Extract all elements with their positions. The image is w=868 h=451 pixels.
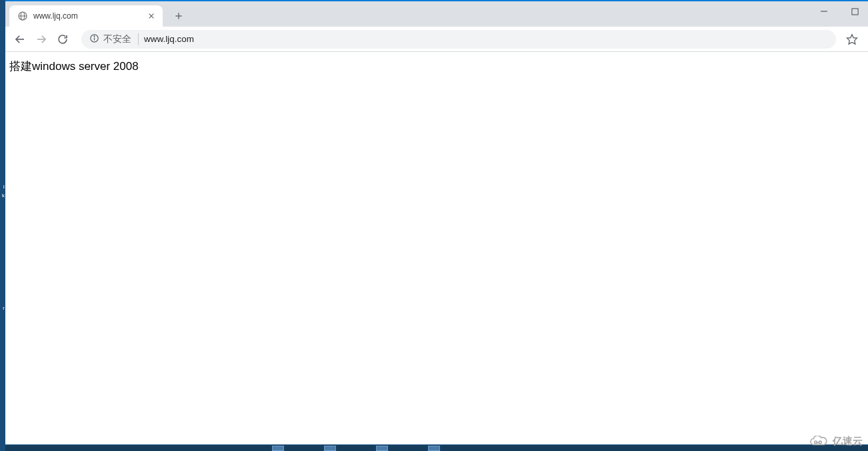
security-label: 不安全 xyxy=(103,33,131,45)
browser-window: www.ljq.com xyxy=(5,0,868,444)
forward-button[interactable] xyxy=(32,30,51,49)
cloud-icon xyxy=(809,436,829,448)
page-heading: 搭建windows server 2008 xyxy=(9,59,864,74)
url-text: www.ljq.com xyxy=(144,34,828,44)
back-button[interactable] xyxy=(11,30,29,49)
window-controls xyxy=(816,1,868,21)
taskbar[interactable] xyxy=(5,444,868,451)
close-icon[interactable] xyxy=(147,11,156,21)
address-bar[interactable]: 不安全 www.ljq.com xyxy=(81,30,836,49)
page-content: 搭建windows server 2008 xyxy=(5,52,868,444)
taskbar-item[interactable] xyxy=(376,446,388,451)
watermark: 亿速云 xyxy=(809,435,863,448)
reload-button[interactable] xyxy=(53,30,72,49)
maximize-button[interactable] xyxy=(847,3,863,19)
info-icon xyxy=(89,33,99,45)
globe-icon xyxy=(17,11,28,21)
security-indicator[interactable]: 不安全 xyxy=(89,33,139,45)
svg-point-13 xyxy=(94,35,95,36)
svg-point-16 xyxy=(819,440,821,443)
svg-marker-14 xyxy=(847,34,857,43)
taskbar-item[interactable] xyxy=(428,446,440,451)
minimize-button[interactable] xyxy=(816,3,832,19)
bookmark-button[interactable] xyxy=(843,30,861,49)
browser-tab[interactable]: www.ljq.com xyxy=(9,5,163,27)
tab-strip: www.ljq.com xyxy=(5,1,868,27)
taskbar-item[interactable] xyxy=(272,446,284,451)
browser-toolbar: 不安全 www.ljq.com xyxy=(5,27,868,52)
svg-rect-8 xyxy=(851,8,857,14)
svg-point-15 xyxy=(815,440,817,443)
taskbar-item[interactable] xyxy=(324,446,336,451)
tab-title: www.ljq.com xyxy=(33,11,141,21)
watermark-text: 亿速云 xyxy=(833,435,863,448)
desktop-icon-fragments: I k r xyxy=(0,0,5,451)
new-tab-button[interactable] xyxy=(169,7,188,25)
